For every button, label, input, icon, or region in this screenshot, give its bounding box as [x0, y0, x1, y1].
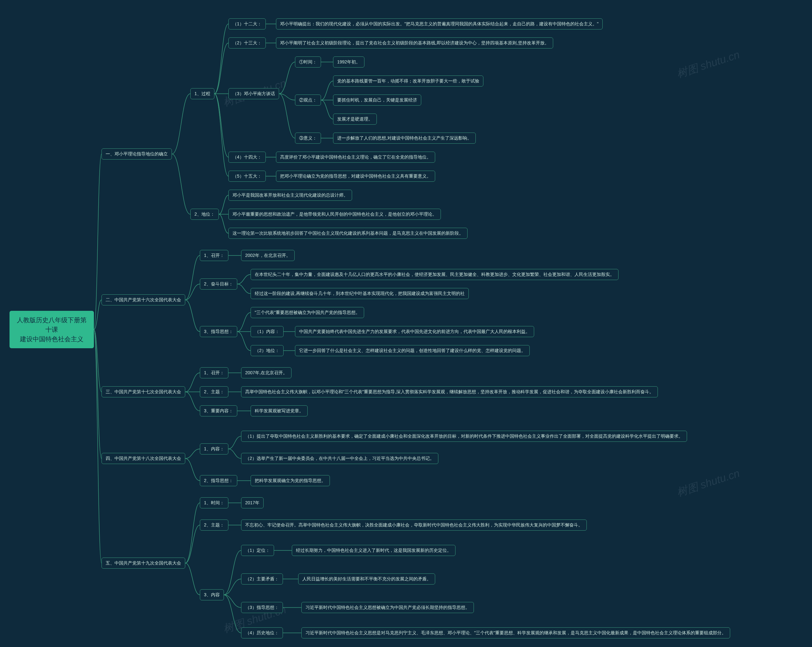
section-4[interactable]: 四、中国共产党第十八次全国代表大会 [102, 453, 185, 464]
s1-i3-view-3: 发展才是硬道理。 [333, 113, 377, 125]
s2-guide-0: "三个代表"重要思想被确立为中国共产党的指导思想。 [250, 307, 364, 318]
s5-c2-text: 人民日益增长的美好生活需要和不平衡不充分的发展之间的矛盾。 [298, 574, 435, 584]
section-3[interactable]: 三、中国共产党第十七次全国代表大会 [102, 386, 185, 397]
watermark: 树图 shutu.cn [675, 466, 742, 500]
mindmap-canvas: 树图 shutu.cn 树图 shutu.cn 树图 shutu.cn 树图 s… [0, 0, 812, 647]
s5-time-text: 2017年 [241, 497, 264, 508]
s2-held-text: 2002年，在北京召开。 [241, 250, 295, 261]
s2-guide-c1-text: 中国共产党要始终代表中国先进生产力的发展要求，代表中国先进文化的前进方向，代表中… [295, 326, 534, 337]
s1-i2-text: 邓小平阐明了社会主义初级阶段理论，提出了党在社会主义初级阶段的基本路线,即以经济… [276, 37, 553, 49]
s1-i4-label[interactable]: （4）十四大： [228, 152, 266, 163]
s5-c3-text: 习近平新时代中国特色社会主义思想被确立为中国共产党必须长期坚持的指导思想。 [301, 602, 474, 613]
root-title-line2: 建设中国特色社会主义 [15, 334, 88, 344]
s1-i5-text: 把邓小平理论确立为党的指导思想，对建设中国特色社会主义具有重要意义。 [276, 171, 435, 182]
s1-i3-view-2: 要抓住时机，发展自己，关键是发展经济 [333, 95, 421, 105]
s1-i2-label[interactable]: （2）十三大： [228, 37, 266, 49]
s1-i3-sig-text: 进一步解放了人们的思想,对建设中国特色社会主义产生了深远影响。 [333, 133, 476, 143]
s1-i3-label[interactable]: （3）邓小平南方谈话 [228, 88, 279, 99]
root-title-line1: 人教版历史八年级下册第十课 [15, 315, 88, 334]
s5-c1-text: 经过长期努力，中国特色社会主义进入了新时代，这是我国发展新的历史定位。 [292, 545, 455, 556]
s5-c1-label[interactable]: （1）定位： [241, 545, 274, 556]
s4-guide-text: 把科学发展观确立为党的指导思想。 [250, 475, 330, 486]
s1-status-2: 邓小平最重要的思想和政治遗产，是他带领党和人民开创的中国特色社会主义，是他创立的… [228, 209, 441, 220]
s5-time-label[interactable]: 1、时间： [200, 497, 228, 508]
s1-i3-view-1: 党的基本路线要管一百年，动摇不得；改革开放胆子要大一些，敢于试验 [333, 75, 483, 87]
s1-status[interactable]: 2、地位： [190, 209, 219, 220]
s3-theme-label[interactable]: 2、主题： [200, 386, 228, 397]
s4-content-label[interactable]: 1、内容： [200, 443, 228, 455]
section-2[interactable]: 二、中国共产党第十六次全国代表大会 [102, 295, 185, 305]
s2-guide-c2-label[interactable]: （2）地位： [250, 345, 284, 356]
s5-c2-label[interactable]: （2）主要矛盾： [241, 574, 283, 584]
s3-theme-text: 高举中国特色社会主义伟大旗帜，以邓小平理论和"三个代表"重要思想为指导,深入贯彻… [241, 386, 658, 397]
s1-i5-label[interactable]: （5）十五大： [228, 171, 266, 182]
s2-goal-2: 经过这一阶段的建设,再继续奋斗几十年，到本世纪中叶基本实现现代化，把我国建设成为… [250, 288, 469, 299]
s2-goal-label[interactable]: 2、奋斗目标： [200, 278, 237, 290]
s1-i3-view-label[interactable]: ②观点： [295, 95, 321, 105]
section-5[interactable]: 五、中国共产党第十九次全国代表大会 [102, 558, 185, 569]
s3-held-label[interactable]: 1、召开： [200, 367, 228, 378]
s3-held-text: 2007年,在北京召开。 [241, 367, 292, 378]
s2-held-label[interactable]: 1、召开： [200, 250, 228, 261]
s5-c4-label[interactable]: （4）历史地位： [241, 627, 283, 638]
s1-i4-text: 高度评价了邓小平建设中国特色社会主义理论，确立了它在全党的指导地位。 [276, 152, 435, 163]
s3-content-label[interactable]: 3、重要内容： [200, 405, 237, 417]
s5-c4-text: 习近平新时代中国特色社会主义思想是对马克思列宁主义、毛泽东思想、邓小平理论、"三… [301, 627, 730, 638]
s1-i1-text: 邓小平明确提出：我们的现代化建设，必须从中国的实际出发。"把马克思主义的普遍真理… [276, 18, 603, 29]
s5-content-label[interactable]: 3、内容 [200, 589, 224, 600]
s5-c3-label[interactable]: （3）指导思想： [241, 602, 283, 613]
watermark: 树图 shutu.cn [675, 47, 742, 81]
s1-i3-sig-label[interactable]: ③意义： [295, 133, 321, 143]
s4-content-1: （1）提出了夺取中国特色社会主义新胜利的基本要求，确定了全面建成小康社会和全面深… [241, 431, 687, 442]
s1-status-3: 这一理论第一次比较系统地初步回答了中国社会主义现代化建设的系列基本问题，是马克思… [228, 228, 467, 239]
s1-process[interactable]: 1、过程 [190, 88, 214, 99]
root-node[interactable]: 人教版历史八年级下册第十课 建设中国特色社会主义 [9, 311, 94, 348]
s2-goal-1: 在本世纪头二十年，集中力量，全面建设惠及十几亿人口的更高水平的小康社会，使经济更… [250, 269, 618, 280]
section-1[interactable]: 一、邓小平理论指导地位的确立 [102, 148, 172, 160]
s5-theme-text: 不忘初心、牢记使命召开。高举中国特色社会主义伟大旗帜，决胜全面建成小康社会，夺取… [241, 519, 587, 531]
s1-i3-time-text: 1992年初。 [333, 56, 365, 67]
s2-guide-c1-label[interactable]: （1）内容： [250, 326, 284, 337]
s3-content-text: 科学发展观被写进党章。 [250, 405, 308, 417]
s1-status-1: 邓小平是我国改革开放和社会主义现代化建设的总设计师。 [228, 190, 352, 201]
s4-content-2: （2）选举产生了新一届中央委员会，在中共十八届一中全会上，习近平当选为中共中央总… [241, 453, 438, 464]
s2-guide-label[interactable]: 3、指导思想： [200, 326, 237, 337]
s1-i1-label[interactable]: （1）十二大： [228, 18, 266, 29]
s5-theme-label[interactable]: 2、主题： [200, 519, 228, 531]
s1-i3-time-label[interactable]: ①时间： [295, 56, 321, 67]
s4-guide-label[interactable]: 2、指导思想： [200, 475, 237, 486]
s2-guide-c2-text: 它进一步回答了什么是社会主义、怎样建设社会主义的问题，创造性地回答了建设什么样的… [295, 345, 530, 356]
